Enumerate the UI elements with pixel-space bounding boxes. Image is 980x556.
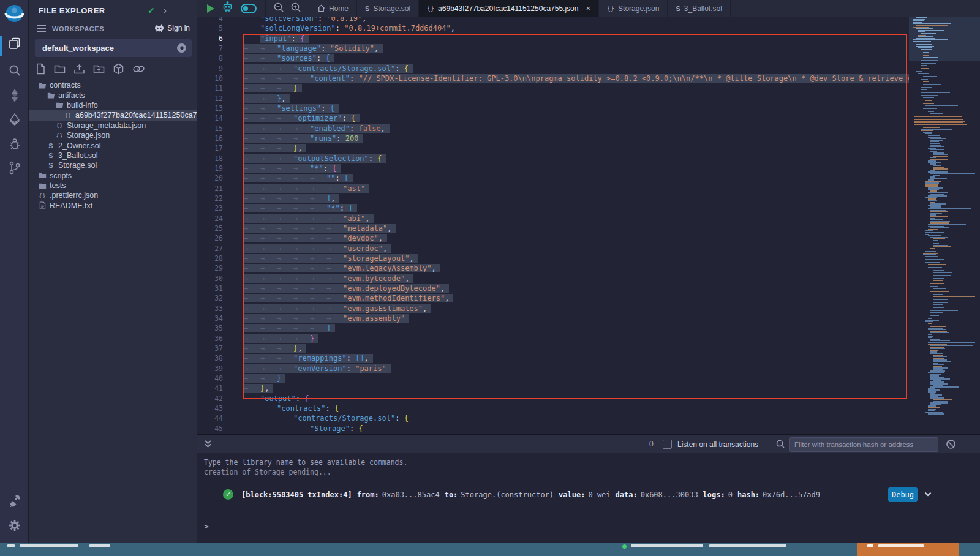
remix-logo-icon[interactable] [0, 4, 29, 26]
search-icon[interactable] [0, 64, 29, 77]
tree-item-Storage_metadata.json[interactable]: {}Storage_metadata.json [29, 121, 197, 130]
line-number: 32 [197, 294, 228, 302]
minimap-line [928, 208, 971, 209]
line-content: →→→} [244, 84, 980, 92]
tree-item-2_Owner.sol[interactable]: S2_Owner.sol [29, 140, 197, 150]
tree-item-Storage.sol[interactable]: SStorage.sol [29, 160, 197, 170]
ai-assistant-robot-icon[interactable] [222, 1, 233, 15]
line-content: →→→→→"*": [ [244, 204, 980, 212]
minimap-line [930, 332, 949, 334]
minimap-line [921, 92, 950, 93]
minimap-line [933, 361, 951, 363]
copilot-toggle[interactable] [241, 4, 257, 13]
minimap-line [933, 274, 942, 275]
tx-block-info: [block:5583405 txIndex:4] [241, 490, 352, 499]
clear-console-icon[interactable] [946, 439, 956, 452]
code-line: 27→→→→→→"userdoc", [197, 244, 980, 254]
tree-item-3_Ballot.sol[interactable]: S3_Ballot.sol [29, 151, 197, 160]
tx-field-label: from: [357, 490, 379, 499]
cube-icon[interactable] [113, 63, 124, 77]
line-number: 35 [197, 324, 228, 332]
new-file-icon[interactable] [36, 63, 46, 77]
minimap-line [933, 277, 946, 278]
tree-item-artifacts[interactable]: artifacts [29, 90, 197, 100]
tab-a69b43f277ba20fcac141151250ca755.json[interactable]: {}a69b43f277ba20fcac141151250ca755.json× [419, 0, 599, 17]
code-line: 10→→→→"content": "// SPDX-License-Identi… [197, 73, 980, 83]
minimap-line [933, 282, 943, 283]
terminal-prompt[interactable]: > [204, 522, 209, 531]
code-line: 12→→}, [197, 94, 980, 103]
transaction-filter-input[interactable] [789, 437, 938, 452]
settings-gear-icon[interactable] [0, 519, 29, 532]
zoom-out-icon[interactable] [273, 2, 284, 15]
listen-transactions-checkbox[interactable] [663, 440, 672, 449]
minimap-line [928, 200, 937, 201]
debugger-icon[interactable] [0, 137, 29, 151]
debug-button[interactable]: Debug [888, 487, 918, 502]
tab-Home[interactable]: Home [309, 0, 357, 17]
tree-item-build-info[interactable]: build-info [29, 100, 197, 110]
minimap-line [930, 290, 937, 291]
tree-item-README.txt[interactable]: README.txt [29, 201, 197, 211]
statusbar-alert-badge[interactable] [858, 543, 959, 556]
minimap-line [930, 227, 949, 228]
tab-Storage.sol[interactable]: SStorage.sol [357, 0, 419, 17]
terminal-pending-line: creation of Storage pending... [204, 468, 331, 476]
line-number: 6 [197, 34, 228, 43]
expand-terminal-icon[interactable] [204, 440, 212, 451]
alert-icon [867, 544, 873, 547]
minimap-line [921, 126, 937, 127]
tree-item-tests[interactable]: tests [29, 181, 197, 190]
deploy-run-icon[interactable] [0, 113, 29, 127]
upload-folder-icon[interactable] [93, 63, 105, 77]
line-number: 18 [197, 154, 228, 163]
minimap-line [933, 154, 948, 156]
minimap-line [921, 87, 932, 88]
file-explorer-icon[interactable] [0, 37, 29, 50]
link-icon[interactable] [132, 63, 145, 77]
terminal: 0 Listen on all transactions Type the li… [197, 434, 980, 543]
line-number: 28 [197, 254, 228, 263]
code-editor[interactable]: 4"solcVersion": "0.8.19",5"solcLongVersi… [197, 17, 980, 434]
minimap-line [928, 328, 943, 329]
minimap-line [928, 267, 942, 268]
chevron-right-icon[interactable]: › [164, 5, 167, 15]
minimap-line [933, 167, 944, 168]
tree-item-.prettierrc.json[interactable]: {}.prettierrc.json [29, 190, 197, 200]
minimap-line [930, 378, 950, 380]
workspace-switch-icon [177, 43, 186, 53]
transaction-row[interactable]: ✓ [block:5583405 txIndex:4]from:0xa03...… [197, 486, 980, 505]
tree-item-scripts[interactable]: scripts [29, 171, 197, 181]
line-content: →→→→→→"evm.assembly" [244, 314, 980, 323]
workspaces-menu-icon[interactable] [37, 25, 46, 34]
minimap-line [921, 49, 932, 50]
line-content: →→→→→→"devdoc", [244, 234, 980, 242]
sign-in-button[interactable]: Sign in [154, 24, 190, 32]
plugin-manager-icon[interactable] [0, 494, 29, 507]
upload-file-icon[interactable] [74, 63, 85, 77]
minimap-line [933, 270, 944, 271]
new-folder-icon[interactable] [54, 63, 66, 77]
tab-Storage.json[interactable]: {}Storage.json [599, 0, 668, 17]
close-tab-icon[interactable]: × [586, 4, 590, 13]
minimap-line [925, 186, 938, 187]
tree-item-a69b43f277ba20fcac141151250ca7...[interactable]: {}a69b43f277ba20fcac141151250ca7... [29, 110, 197, 120]
expand-transaction-icon[interactable] [924, 490, 932, 501]
minimap-line [925, 133, 932, 135]
minimap-line [930, 345, 973, 347]
tab-3_Ballot.sol[interactable]: S3_Ballot.sol [668, 0, 730, 17]
line-content: "solcLongVersion": "0.8.19+commit.7dd6d4… [244, 24, 980, 32]
tree-item-contracts[interactable]: contracts [29, 80, 197, 90]
minimap-line [933, 246, 951, 247]
workspace-select[interactable]: default_workspace [35, 39, 192, 57]
run-script-icon[interactable] [207, 4, 214, 13]
tree-item-Storage.json[interactable]: {}Storage.json [29, 130, 197, 140]
git-icon[interactable] [0, 160, 29, 175]
tree-item-label: 2_Owner.sol [58, 141, 100, 150]
zoom-in-icon[interactable] [290, 2, 301, 15]
minimap-line [913, 20, 924, 21]
solidity-compiler-icon[interactable] [0, 88, 29, 103]
statusbar-text-fragment [631, 544, 703, 547]
solidity-file-icon: S [46, 142, 56, 149]
minimap[interactable] [909, 17, 980, 434]
